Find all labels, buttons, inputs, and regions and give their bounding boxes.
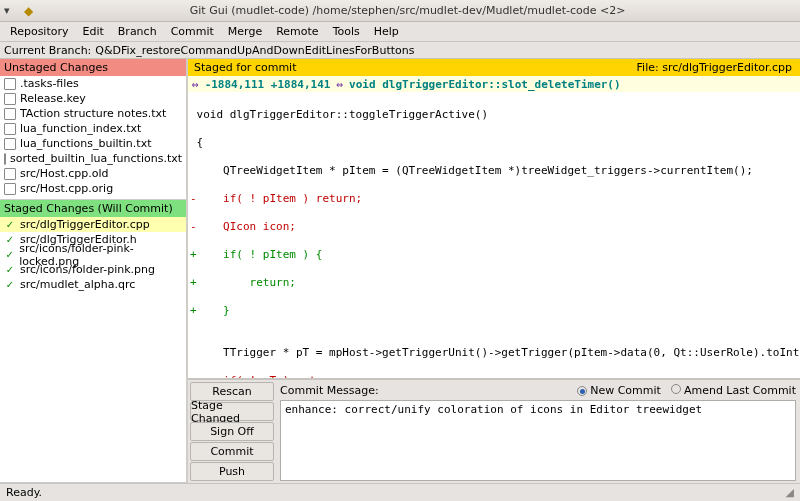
staged-list[interactable]: ✓src/dlgTriggerEditor.cpp✓src/dlgTrigger… [0,217,186,483]
list-item[interactable]: Release.key [0,91,186,106]
diff-view[interactable]: void dlgTriggerEditor::toggleTriggerActi… [188,92,800,378]
diff-line: + } [190,304,798,318]
check-icon: ✓ [4,279,16,291]
unstaged-header: Unstaged Changes [0,59,186,76]
check-icon: ✓ [4,234,16,246]
list-item[interactable]: sorted_builtin_lua_functions.txt [0,151,186,166]
diff-line: QTreeWidgetItem * pItem = (QTreeWidgetIt… [190,164,798,178]
file-icon [4,93,16,105]
file-name: sorted_builtin_lua_functions.txt [10,152,182,165]
action-buttons: RescanStage ChangedSign OffCommitPush [188,380,276,483]
file-name: lua_function_index.txt [20,122,141,135]
file-icon [4,108,16,120]
commit-button[interactable]: Commit [190,442,274,461]
file-name: Release.key [20,92,86,105]
commit-message-input[interactable]: enhance: correct/unify coloration of ico… [280,400,796,481]
radio-new-commit[interactable]: New Commit [577,384,661,397]
file-name: src/icons/folder-pink.png [20,263,155,276]
menu-repository[interactable]: Repository [4,23,75,40]
status-text: Ready. [6,486,42,499]
stage-changed-button[interactable]: Stage Changed [190,402,274,421]
branch-label: Current Branch: [4,44,91,57]
check-icon: ✓ [4,249,15,261]
file-name: src/mudlet_alpha.qrc [20,278,135,291]
file-icon [4,168,16,180]
file-name: .tasks-files [20,77,79,90]
check-icon: ✓ [4,219,16,231]
file-name: TAction structure notes.txt [20,107,166,120]
file-icon [4,153,6,165]
list-item[interactable]: lua_function_index.txt [0,121,186,136]
file-name: src/Host.cpp.orig [20,182,113,195]
radio-amend-commit[interactable]: Amend Last Commit [671,384,796,397]
commit-message-label: Commit Message: [280,384,379,397]
diff-line: TTrigger * pT = mpHost->getTriggerUnit()… [190,346,798,360]
menubar: Repository Edit Branch Commit Merge Remo… [0,22,800,42]
git-gui-icon: ◆ [24,4,33,18]
sign-off-button[interactable]: Sign Off [190,422,274,441]
diff-line: void dlgTriggerEditor::toggleTriggerActi… [190,108,798,122]
diff-header-label: Staged for commit [188,61,302,74]
diff-line: { [190,136,798,150]
menu-branch[interactable]: Branch [112,23,163,40]
menu-help[interactable]: Help [368,23,405,40]
unstaged-list[interactable]: .tasks-filesRelease.keyTAction structure… [0,76,186,200]
hunk-at-icon: ⇔ [336,78,343,91]
hunk-arrows-icon: ⇔ [192,78,199,91]
file-icon [4,183,16,195]
list-item[interactable]: ✓src/icons/folder-pink-locked.png [0,247,186,262]
file-icon [4,138,16,150]
window-titlebar: ▾ ◆ Git Gui (mudlet-code) /home/stephen/… [0,0,800,22]
file-name: src/Host.cpp.old [20,167,109,180]
diff-line: - QIcon icon; [190,220,798,234]
diff-hunk-header: ⇔ -1884,111 +1884,141 ⇔ void dlgTriggerE… [188,76,800,92]
list-item[interactable]: src/Host.cpp.orig [0,181,186,196]
list-item[interactable]: ✓src/dlgTriggerEditor.cpp [0,217,186,232]
branch-name: Q&DFix_restoreCommandUpAndDownEditLinesF… [95,44,414,57]
list-item[interactable]: TAction structure notes.txt [0,106,186,121]
push-button[interactable]: Push [190,462,274,481]
file-name: lua_functions_builtin.txt [20,137,151,150]
menu-edit[interactable]: Edit [77,23,110,40]
file-icon [4,78,16,90]
menu-merge[interactable]: Merge [222,23,268,40]
list-item[interactable]: lua_functions_builtin.txt [0,136,186,151]
diff-line: + if( ! pItem ) { [190,248,798,262]
menu-remote[interactable]: Remote [270,23,324,40]
resize-grip-icon[interactable]: ◢ [786,486,794,499]
staged-header: Staged Changes (Will Commit) [0,200,186,217]
check-icon: ✓ [4,264,16,276]
file-name: src/dlgTriggerEditor.cpp [20,218,150,231]
file-icon [4,123,16,135]
menu-tools[interactable]: Tools [327,23,366,40]
status-bar: Ready. ◢ [0,483,800,501]
window-title: Git Gui (mudlet-code) /home/stephen/src/… [39,4,776,17]
window-menu-icon[interactable]: ▾ [4,4,24,17]
list-item[interactable]: ✓src/mudlet_alpha.qrc [0,277,186,292]
diff-line: - if( ! pItem ) return; [190,192,798,206]
list-item[interactable]: .tasks-files [0,76,186,91]
branch-bar: Current Branch: Q&DFix_restoreCommandUpA… [0,42,800,59]
menu-commit[interactable]: Commit [165,23,220,40]
diff-line: + return; [190,276,798,290]
list-item[interactable]: src/Host.cpp.old [0,166,186,181]
diff-file-label: File: src/dlgTriggerEditor.cpp [629,61,800,74]
diff-header: Staged for commit File: src/dlgTriggerEd… [188,59,800,76]
